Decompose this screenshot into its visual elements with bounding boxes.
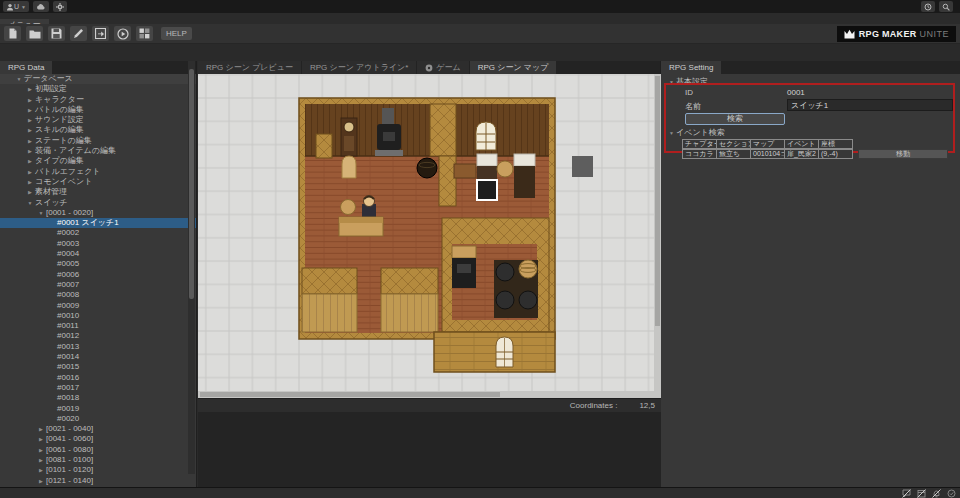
selected-event-tile[interactable] bbox=[477, 180, 497, 200]
character-sprite[interactable] bbox=[362, 196, 376, 218]
progress-circle-icon[interactable] bbox=[947, 489, 956, 498]
expander-icon[interactable] bbox=[36, 208, 46, 218]
tree-item[interactable]: コモンイベント bbox=[0, 177, 196, 187]
tree-item[interactable]: #0006 bbox=[0, 270, 196, 280]
tree-item[interactable]: #0014 bbox=[0, 352, 196, 362]
tree-item[interactable]: #0009 bbox=[0, 301, 196, 311]
tab-rpg-setting[interactable]: RPG Setting bbox=[661, 61, 721, 74]
import-button[interactable] bbox=[92, 26, 109, 41]
tree-item[interactable]: スイッチ bbox=[0, 198, 196, 208]
expander-icon[interactable] bbox=[25, 84, 35, 94]
help-button[interactable]: HELP bbox=[161, 27, 192, 40]
history-button[interactable] bbox=[921, 1, 935, 12]
map-canvas[interactable] bbox=[198, 74, 654, 391]
tree-item[interactable]: [0041 - 0060] bbox=[0, 434, 196, 444]
tree-item[interactable]: データベース bbox=[0, 74, 196, 84]
foldout-open-icon[interactable] bbox=[667, 130, 676, 136]
left-panel-scrollbar[interactable] bbox=[188, 61, 195, 474]
tree-item[interactable]: #0011 bbox=[0, 321, 196, 331]
map-vertical-scrollbar[interactable] bbox=[654, 74, 661, 398]
tree-item[interactable]: #0016 bbox=[0, 373, 196, 383]
expander-icon[interactable] bbox=[25, 177, 35, 187]
tree-item[interactable]: [0121 - 0140] bbox=[0, 476, 196, 486]
tree-item[interactable]: サウンド設定 bbox=[0, 115, 196, 125]
foldout-open-icon[interactable] bbox=[667, 79, 676, 85]
edit-button[interactable] bbox=[70, 26, 87, 41]
scrollbar-thumb[interactable] bbox=[189, 69, 194, 299]
tree-item[interactable]: バトルの編集 bbox=[0, 105, 196, 115]
tree-item[interactable]: 初期設定 bbox=[0, 84, 196, 94]
account-button[interactable]: U ▼ bbox=[3, 1, 29, 12]
scrollbar-thumb[interactable] bbox=[655, 76, 660, 326]
tree-item[interactable]: #0015 bbox=[0, 362, 196, 372]
tree-item[interactable]: #0013 bbox=[0, 342, 196, 352]
tree-item[interactable]: #0007 bbox=[0, 280, 196, 290]
expander-icon[interactable] bbox=[36, 445, 46, 455]
tree-item[interactable]: #0001 スイッチ1 bbox=[0, 218, 196, 228]
name-input[interactable] bbox=[787, 99, 953, 111]
map-horizontal-scrollbar[interactable] bbox=[198, 391, 654, 398]
tree-item[interactable]: #0017 bbox=[0, 383, 196, 393]
assets-button[interactable] bbox=[136, 26, 153, 41]
basic-settings-foldout[interactable]: 基本設定 bbox=[667, 76, 708, 87]
move-button[interactable]: 移動 bbox=[858, 149, 948, 159]
expander-icon[interactable] bbox=[25, 187, 35, 197]
tree-item[interactable]: [0101 - 0120] bbox=[0, 465, 196, 475]
tree-item[interactable]: [0061 - 0080] bbox=[0, 445, 196, 455]
expander-icon[interactable] bbox=[14, 74, 24, 84]
tree-item[interactable]: スキルの編集 bbox=[0, 125, 196, 135]
tree-item[interactable]: #0019 bbox=[0, 404, 196, 414]
tree-item[interactable]: 素材管理 bbox=[0, 187, 196, 197]
tree-item[interactable]: バトルエフェクト bbox=[0, 167, 196, 177]
tree-item[interactable]: #0012 bbox=[0, 331, 196, 341]
search-button[interactable] bbox=[939, 1, 953, 12]
tree-item[interactable]: [0081 - 0100] bbox=[0, 455, 196, 465]
expander-icon[interactable] bbox=[25, 167, 35, 177]
expander-icon[interactable] bbox=[36, 465, 46, 475]
expander-icon[interactable] bbox=[36, 424, 46, 434]
expander-icon[interactable] bbox=[36, 434, 46, 444]
expander-icon[interactable] bbox=[36, 476, 46, 486]
scrollbar-thumb[interactable] bbox=[200, 392, 500, 397]
tree-item[interactable]: 装備・アイテムの編集 bbox=[0, 146, 196, 156]
expander-icon[interactable] bbox=[25, 125, 35, 135]
expander-icon[interactable] bbox=[25, 95, 35, 105]
dark-tile[interactable] bbox=[572, 156, 593, 177]
open-folder-button[interactable] bbox=[26, 26, 43, 41]
bell-muted-icon[interactable] bbox=[932, 489, 941, 498]
tree-item[interactable]: #0002 bbox=[0, 228, 196, 238]
play-button[interactable] bbox=[114, 26, 131, 41]
expander-icon[interactable] bbox=[25, 115, 35, 125]
new-file-button[interactable] bbox=[4, 26, 21, 41]
tree-item[interactable]: #0020 bbox=[0, 414, 196, 424]
tab-scene-outline[interactable]: RPG シーン アウトライン* bbox=[302, 61, 416, 74]
expander-icon[interactable] bbox=[25, 146, 35, 156]
tree-item[interactable]: キャラクター bbox=[0, 95, 196, 105]
tree-item[interactable]: [0021 - 0040] bbox=[0, 424, 196, 434]
expander-icon[interactable] bbox=[25, 136, 35, 146]
event-search-foldout[interactable]: イベント検索 bbox=[667, 127, 725, 138]
tab-scene-preview[interactable]: RPG シーン プレビュー bbox=[198, 61, 301, 74]
expander-icon[interactable] bbox=[25, 156, 35, 166]
expander-icon[interactable] bbox=[25, 105, 35, 115]
tree-item[interactable]: #0003 bbox=[0, 239, 196, 249]
search-event-button[interactable]: 検索 bbox=[685, 113, 785, 125]
tab-rpg-data[interactable]: RPG Data bbox=[0, 61, 52, 74]
tree-item[interactable]: [0001 - 0020] bbox=[0, 208, 196, 218]
settings-button[interactable] bbox=[53, 1, 67, 12]
tree-item[interactable]: #0005 bbox=[0, 259, 196, 269]
tree-item[interactable]: タイプの編集 bbox=[0, 156, 196, 166]
chat-muted-icon[interactable] bbox=[902, 489, 911, 498]
tree-item[interactable]: #0008 bbox=[0, 290, 196, 300]
tree-item[interactable]: ステートの編集 bbox=[0, 136, 196, 146]
tree-item[interactable]: #0018 bbox=[0, 393, 196, 403]
expander-icon[interactable] bbox=[36, 455, 46, 465]
tree-item[interactable]: #0004 bbox=[0, 249, 196, 259]
expander-icon[interactable] bbox=[25, 198, 35, 208]
cloud-button[interactable] bbox=[33, 1, 49, 12]
package-muted-icon[interactable] bbox=[917, 489, 926, 498]
tab-scene-map[interactable]: RPG シーン マップ bbox=[470, 61, 557, 74]
save-button[interactable] bbox=[48, 26, 65, 41]
tree-item[interactable]: #0010 bbox=[0, 311, 196, 321]
tab-game[interactable]: ゲーム bbox=[417, 61, 468, 74]
